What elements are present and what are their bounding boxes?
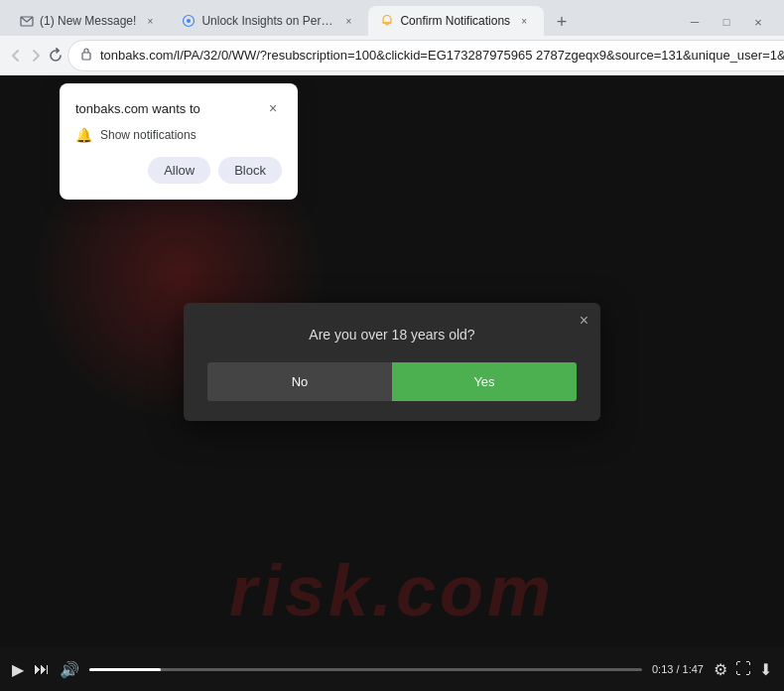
close-window-button[interactable]: × — [744, 8, 772, 36]
age-dialog-close[interactable]: × — [580, 313, 588, 329]
tab-3-title: Confirm Notifications — [400, 14, 510, 28]
time-display: 0:13 / 1:47 — [652, 663, 704, 675]
notification-popup-header: tonbaks.com wants to × — [75, 99, 282, 117]
page-content: risk.com tonbaks.com wants to × 🔔 Show n… — [0, 75, 784, 691]
time-total: 1:47 — [683, 663, 704, 675]
notification-popup-close[interactable]: × — [264, 99, 282, 117]
tab-2-favicon — [182, 14, 196, 28]
age-no-button[interactable]: No — [207, 362, 392, 401]
notification-popup: tonbaks.com wants to × 🔔 Show notificati… — [60, 83, 298, 200]
notification-buttons: Allow Block — [75, 157, 282, 184]
svg-point-2 — [187, 19, 191, 23]
tab-3-close[interactable]: × — [516, 13, 532, 29]
toolbar: tonbaks.com/l/PA/32/0/WW/?resubscription… — [0, 36, 784, 75]
video-controls-right: ⚙ ⛶ ⬇ — [714, 660, 772, 679]
tab-1-close[interactable]: × — [142, 13, 158, 29]
settings-button[interactable]: ⚙ — [714, 660, 727, 679]
progress-bar[interactable] — [89, 668, 642, 671]
age-dialog-buttons: No Yes — [207, 362, 577, 401]
tab-2[interactable]: Unlock Insights on Personal Fi... × — [170, 6, 368, 36]
browser-frame: (1) New Message! × Unlock Insights on Pe… — [0, 0, 784, 691]
progress-bar-fill — [89, 668, 161, 671]
maximize-button[interactable]: □ — [713, 8, 740, 36]
notification-popup-title: tonbaks.com wants to — [75, 101, 200, 116]
age-dialog: × Are you over 18 years old? No Yes — [184, 303, 600, 421]
address-bar[interactable]: tonbaks.com/l/PA/32/0/WW/?resubscription… — [67, 40, 784, 71]
tab-bar: (1) New Message! × Unlock Insights on Pe… — [0, 0, 784, 36]
page-background: risk.com tonbaks.com wants to × 🔔 Show n… — [0, 75, 784, 691]
block-button[interactable]: Block — [218, 157, 282, 184]
tab-2-close[interactable]: × — [340, 13, 356, 29]
time-current: 0:13 — [652, 663, 673, 675]
tab-1[interactable]: (1) New Message! × — [8, 6, 170, 36]
notification-row: 🔔 Show notifications — [75, 127, 282, 143]
tab-2-title: Unlock Insights on Personal Fi... — [201, 14, 334, 28]
tab-3-favicon — [380, 14, 394, 28]
tab-3[interactable]: Confirm Notifications × — [368, 6, 544, 36]
minimize-button[interactable]: ─ — [681, 8, 709, 36]
tab-1-title: (1) New Message! — [40, 14, 136, 28]
notification-text: Show notifications — [100, 128, 196, 142]
back-button[interactable] — [8, 42, 24, 69]
svg-rect-4 — [82, 53, 90, 60]
play-button[interactable]: ▶ — [12, 660, 24, 679]
reload-button[interactable] — [48, 42, 64, 69]
fullscreen-button[interactable]: ⛶ — [735, 660, 751, 678]
download-button[interactable]: ⬇ — [759, 660, 772, 679]
skip-button[interactable]: ⏭ — [34, 660, 50, 678]
tab-1-favicon — [20, 14, 34, 28]
new-tab-button[interactable]: + — [548, 8, 576, 36]
lock-icon — [80, 47, 92, 64]
time-separator: / — [673, 663, 682, 675]
age-dialog-question: Are you over 18 years old? — [207, 327, 577, 343]
video-controls: ▶ ⏭ 🔊 0:13 / 1:47 ⚙ ⛶ ⬇ — [0, 647, 784, 691]
url-text: tonbaks.com/l/PA/32/0/WW/?resubscription… — [100, 48, 784, 63]
bell-icon: 🔔 — [75, 127, 92, 143]
forward-button[interactable] — [28, 42, 44, 69]
volume-button[interactable]: 🔊 — [60, 660, 79, 679]
allow-button[interactable]: Allow — [148, 157, 210, 184]
age-yes-button[interactable]: Yes — [392, 362, 577, 401]
